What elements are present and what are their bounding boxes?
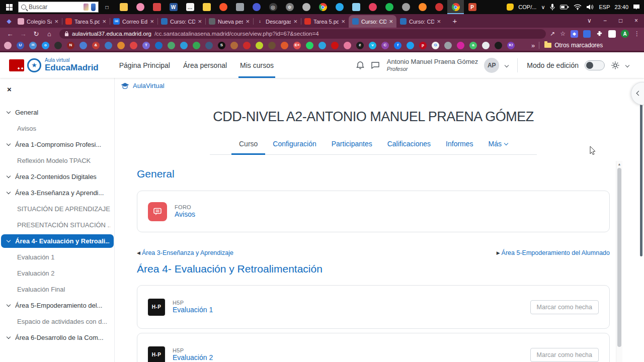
- content-scrollbar[interactable]: ▲: [616, 161, 622, 362]
- bookmark-favicon[interactable]: [318, 42, 326, 49]
- messages-icon[interactable]: [371, 61, 380, 70]
- tab-close-icon[interactable]: ×: [341, 18, 345, 25]
- next-section-link[interactable]: ▶Área 5-Empoderamiento del Alumnado: [497, 249, 610, 256]
- prev-section-link[interactable]: ◀Área 3-Enseñanza y Aprendizaje: [137, 249, 233, 256]
- sidebar-item[interactable]: Área 4- Evaluación y Retroali...: [0, 233, 114, 249]
- bookmark-favicon[interactable]: [155, 42, 163, 49]
- browser-tab[interactable]: Colegio Santa×: [14, 15, 62, 28]
- course-tab-curso[interactable]: Curso: [231, 136, 265, 154]
- sidebar-item[interactable]: Evaluación 2: [0, 265, 114, 281]
- bookmark-favicon[interactable]: S: [218, 42, 225, 49]
- tab-close-icon[interactable]: ×: [198, 18, 202, 25]
- tray-app-label[interactable]: COP/...: [518, 4, 536, 10]
- bookmark-favicon[interactable]: [168, 42, 175, 49]
- other-bookmarks-button[interactable]: Otros marcadores: [544, 42, 603, 49]
- bookmark-favicon[interactable]: [344, 42, 351, 49]
- bookmark-favicon[interactable]: [117, 42, 125, 49]
- edit-mode-toggle[interactable]: [585, 60, 605, 70]
- tab-close-icon[interactable]: ×: [102, 18, 106, 25]
- bookmark-favicon[interactable]: ē: [356, 42, 364, 49]
- task-view-icon[interactable]: □: [99, 0, 115, 14]
- new-tab-button[interactable]: +: [449, 17, 461, 25]
- powerpoint-icon[interactable]: P: [464, 0, 480, 14]
- course-tab-participantes[interactable]: Participantes: [324, 136, 380, 154]
- file-explorer-icon[interactable]: [115, 0, 132, 14]
- word-icon[interactable]: W: [165, 0, 182, 14]
- maximize-button[interactable]: □: [613, 14, 628, 28]
- extension-gem-icon[interactable]: ◆: [571, 30, 578, 38]
- bookmark-favicon[interactable]: p: [419, 42, 427, 49]
- battery-icon[interactable]: [560, 5, 569, 10]
- mail-icon[interactable]: [348, 0, 364, 14]
- red-app-icon[interactable]: [148, 0, 165, 14]
- activity-link-avisos[interactable]: Avisos: [175, 210, 195, 218]
- bookmark-favicon[interactable]: E+: [293, 42, 301, 49]
- close-button[interactable]: ×: [628, 14, 644, 28]
- scroll-up-arrow-icon[interactable]: ▲: [616, 161, 622, 166]
- side-panel-icon[interactable]: [608, 30, 616, 38]
- home-button[interactable]: ⌂: [43, 30, 55, 38]
- bookmark-favicon[interactable]: G: [432, 42, 439, 49]
- bookmark-favicon[interactable]: [306, 42, 313, 49]
- address-bar[interactable]: aulavirtual37.educa.madrid.org/cc.santac…: [59, 29, 546, 39]
- bookmark-favicon[interactable]: [268, 42, 276, 49]
- tray-expand-chevron[interactable]: ∨: [541, 4, 545, 11]
- scrollbar-thumb[interactable]: [617, 168, 621, 347]
- course-tab-más[interactable]: Más: [481, 136, 515, 154]
- record-red-icon[interactable]: [431, 0, 447, 14]
- chat-icon[interactable]: …: [182, 0, 198, 14]
- sidebar-item[interactable]: PRESENTACIÓN SITUACIÓN ...: [0, 217, 114, 233]
- tab-close-icon[interactable]: ×: [293, 18, 297, 25]
- minimize-button[interactable]: −: [597, 14, 613, 28]
- bookmark-favicon[interactable]: [180, 42, 188, 49]
- bookmark-favicon[interactable]: a: [469, 42, 477, 49]
- bookmark-favicon[interactable]: [79, 42, 87, 49]
- language-indicator[interactable]: ESP: [599, 4, 610, 10]
- action-center-icon[interactable]: [633, 4, 640, 10]
- sidebar-item[interactable]: Área 6-Desarrollo de la Com...: [0, 329, 114, 345]
- bookmark-favicon[interactable]: [444, 42, 452, 49]
- mark-done-button[interactable]: Marcar como hecha: [530, 348, 599, 362]
- tab-close-icon[interactable]: ×: [150, 18, 154, 25]
- browser-tab[interactable]: Curso: CDD-N×: [157, 15, 205, 28]
- browser-menu-icon[interactable]: ⋮: [634, 30, 640, 37]
- user-avatar[interactable]: AP: [484, 58, 499, 73]
- browser-tab[interactable]: Curso: CDD-N×: [396, 15, 444, 28]
- browser-tab[interactable]: Tarea 5.pdf×: [62, 15, 110, 28]
- back-button[interactable]: ←: [4, 30, 16, 38]
- course-tab-informes[interactable]: Informes: [438, 136, 480, 154]
- sidebar-item[interactable]: Evaluación 1: [0, 249, 114, 265]
- site-logo[interactable]: Aula virtual EducaMadrid: [45, 58, 99, 72]
- course-tab-calificaciones[interactable]: Calificaciones: [380, 136, 438, 154]
- microphone-icon[interactable]: [549, 4, 555, 11]
- bookmark-favicon[interactable]: [281, 42, 288, 49]
- close-drawer-icon[interactable]: ×: [7, 85, 12, 94]
- bookmark-favicon[interactable]: [54, 42, 62, 49]
- bookmark-favicon[interactable]: T: [142, 42, 150, 49]
- paint-app-icon[interactable]: [132, 0, 148, 14]
- tray-app-icon[interactable]: [507, 4, 514, 11]
- user-menu-chevron-icon[interactable]: [505, 63, 509, 67]
- bookmark-favicon[interactable]: [482, 42, 490, 49]
- obs-icon[interactable]: ◎: [265, 0, 281, 14]
- tab-close-icon[interactable]: ×: [389, 18, 393, 25]
- wifi-icon[interactable]: [574, 4, 582, 10]
- gear-icon[interactable]: [611, 61, 620, 70]
- chrome-icon[interactable]: [314, 0, 331, 14]
- sidebar-item[interactable]: Área 5-Empoderamiento del...: [0, 297, 114, 313]
- bookmark-favicon[interactable]: [243, 42, 251, 49]
- taskbar-search-input[interactable]: Buscar: [18, 2, 99, 13]
- bookmark-favicon[interactable]: [407, 42, 414, 49]
- chrome-active-icon[interactable]: [447, 0, 464, 14]
- sticky-notes-icon[interactable]: [198, 0, 215, 14]
- globe-app-icon[interactable]: [397, 0, 414, 14]
- browser-tab[interactable]: Tarea 5.pdf×: [301, 15, 349, 28]
- bookmark-favicon[interactable]: [193, 42, 200, 49]
- activity-link-evaluacion1[interactable]: Evaluación 1: [173, 306, 213, 314]
- nav-area-personal[interactable]: Área personal: [177, 52, 233, 78]
- browser-tab[interactable]: ↓Descargas×: [253, 15, 301, 28]
- nav-mis-cursos[interactable]: Mis cursos: [233, 52, 280, 78]
- bookmark-favicon[interactable]: [4, 42, 12, 49]
- mark-done-button[interactable]: Marcar como hecha: [530, 300, 599, 314]
- page-scrollbar-thumb[interactable]: [640, 82, 642, 256]
